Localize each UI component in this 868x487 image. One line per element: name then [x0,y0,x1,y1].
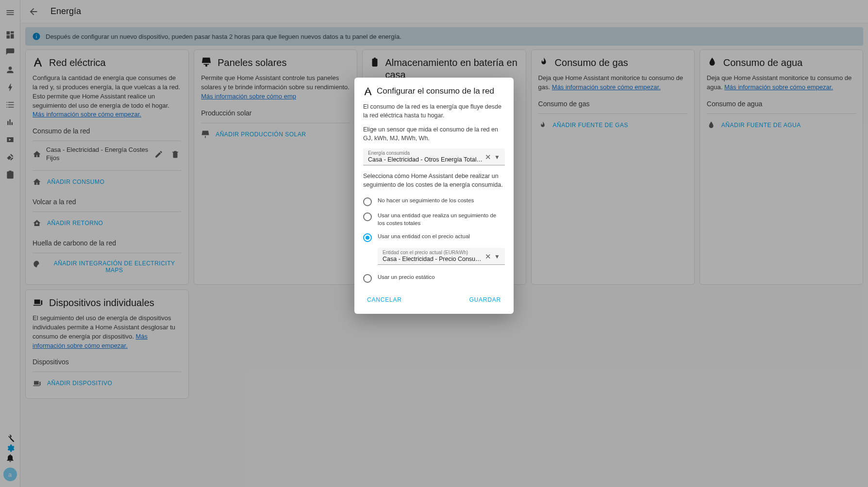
dialog-scrim[interactable]: Configurar el consumo de la red El consu… [0,0,868,487]
cancel-button[interactable]: CANCELAR [363,293,406,306]
radio-icon [363,274,372,283]
dialog-text: Selecciona cómo Home Assistant debe real… [363,172,505,189]
clear-icon[interactable]: ✕ [483,252,493,261]
radio-price-entity[interactable]: Usar una entidad con el precio actual [363,231,505,244]
radio-icon [363,197,372,206]
dialog-text: El consumo de la red es la energía que f… [363,103,505,120]
select-label: Energía consumida [368,150,410,156]
radio-no-cost[interactable]: No hacer un seguimiento de los costes [363,195,505,208]
cost-tracking-radio-group: No hacer un seguimiento de los costes Us… [363,195,505,285]
clear-icon[interactable]: ✕ [483,153,493,162]
transmission-tower-icon [363,86,373,96]
radio-icon [363,233,372,242]
radio-static-price[interactable]: Usar un precio estático [363,272,505,285]
chevron-down-icon[interactable]: ▼ [493,253,501,260]
save-button[interactable]: GUARDAR [465,293,505,306]
energy-sensor-select[interactable]: Energía consumida Casa - Electricidad - … [363,148,505,165]
radio-icon [363,212,372,221]
radio-cost-entity[interactable]: Usar una entidad que realiza un seguimie… [363,210,505,229]
price-entity-select[interactable]: Entidad con el precio actual (EUR/kWh) C… [378,248,505,265]
select-label: Entidad con el precio actual (EUR/kWh) [383,250,468,255]
dialog-text: Elige un sensor que mida el consumo de l… [363,126,505,143]
dialog-title: Configurar el consumo de la red [377,86,494,96]
configure-grid-dialog: Configurar el consumo de la red El consu… [354,78,514,314]
chevron-down-icon[interactable]: ▼ [493,154,501,161]
